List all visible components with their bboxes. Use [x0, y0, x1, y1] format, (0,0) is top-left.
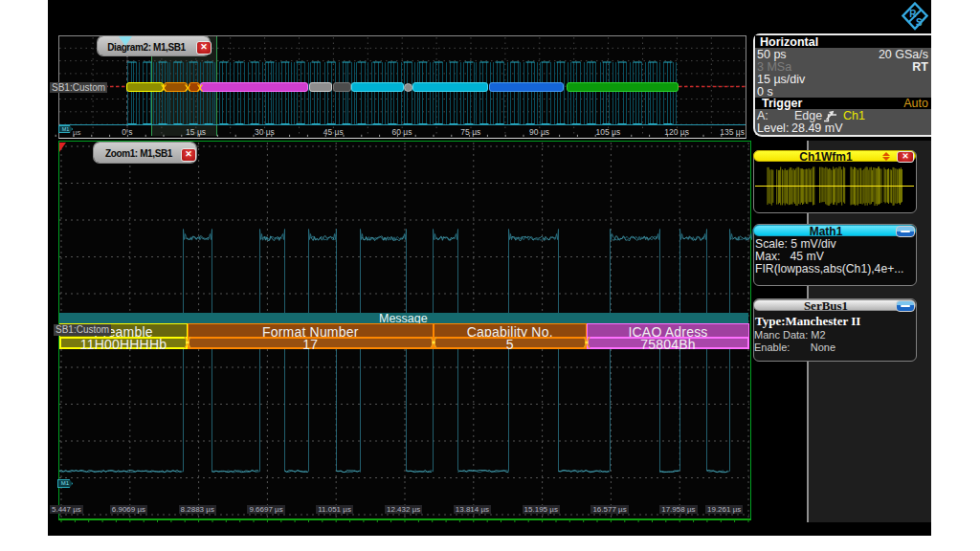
svg-text:S: S [916, 17, 923, 28]
